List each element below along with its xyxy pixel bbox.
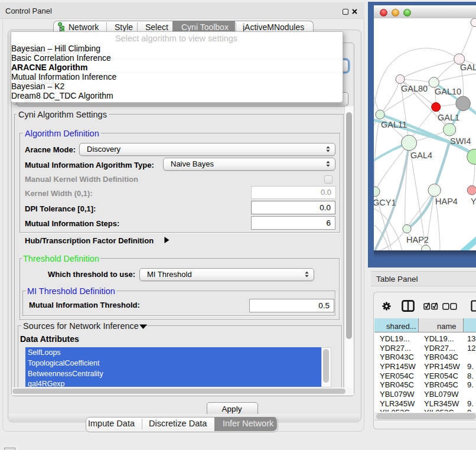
svg-text:Y: Y: [471, 197, 476, 206]
svg-text:HAP4: HAP4: [435, 197, 458, 206]
svg-text:GAL10: GAL10: [435, 87, 461, 96]
svg-text:GAL11: GAL11: [381, 120, 407, 129]
svg-text:GAL80: GAL80: [401, 84, 428, 93]
svg-text:GAL4: GAL4: [410, 151, 432, 160]
svg-text:SWI4: SWI4: [450, 136, 471, 146]
svg-text:HAP2: HAP2: [406, 235, 429, 244]
svg-text:GAL1: GAL1: [438, 113, 459, 122]
svg-text:GCY1: GCY1: [374, 198, 396, 207]
svg-text:GAL7: GAL7: [460, 63, 476, 72]
